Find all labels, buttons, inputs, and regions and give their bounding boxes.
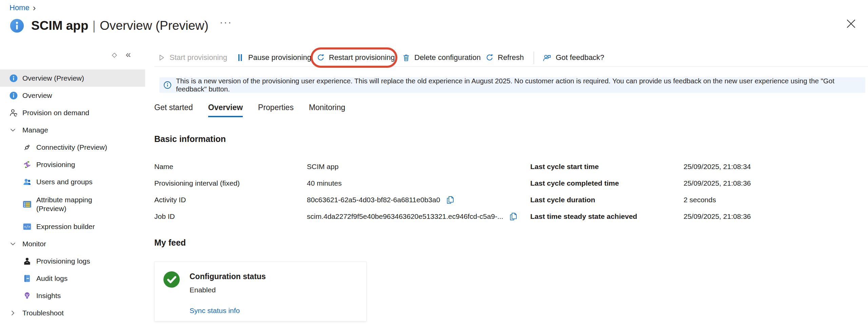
tab-get-started[interactable]: Get started — [154, 103, 193, 117]
breadcrumb: Home › — [9, 3, 36, 13]
notebook-icon — [23, 274, 32, 283]
delete-configuration-button[interactable]: Delete configuration — [402, 50, 481, 65]
title-separator: | — [88, 19, 100, 33]
scim-app-overview-page: Home › SCIM app|Overview (Preview) ··· ◇… — [0, 0, 868, 332]
sidebar-group-troubleshoot[interactable]: Troubleshoot — [0, 304, 145, 321]
field-value: SCIM app — [307, 163, 338, 171]
plug-icon — [23, 143, 32, 152]
sidebar-item-insights[interactable]: Insights — [0, 287, 145, 304]
sync-status-info-link[interactable]: Sync status info — [190, 307, 240, 315]
sidebar-tools: ◇ « — [112, 50, 131, 59]
restart-icon — [317, 54, 325, 62]
trash-icon — [402, 54, 410, 62]
page-title: SCIM app|Overview (Preview) — [31, 18, 209, 34]
copy-icon — [510, 213, 516, 220]
close-button[interactable] — [845, 18, 857, 30]
field-last-cycle-start: Last cycle start time 25/09/2025, 21:08:… — [530, 162, 856, 171]
field-label: Last time steady state achieved — [530, 212, 684, 221]
sidebar-item-label: Insights — [36, 291, 61, 300]
resize-handle-icon[interactable]: ◇ — [112, 51, 117, 59]
tab-overview[interactable]: Overview — [208, 103, 243, 117]
restart-provisioning-label: Restart provisioning — [329, 53, 395, 62]
tab-properties[interactable]: Properties — [258, 103, 294, 117]
pause-provisioning-button[interactable]: Pause provisioning — [236, 50, 311, 65]
sidebar-item-users-and-groups[interactable]: Users and groups — [0, 173, 145, 190]
chevron-down-icon — [10, 241, 16, 247]
got-feedback-button[interactable]: Got feedback? — [542, 50, 604, 65]
code-icon: </> — [23, 222, 32, 231]
sidebar-item-attribute-mapping[interactable]: Attribute mapping (Preview) — [0, 190, 145, 218]
table-icon — [23, 200, 32, 209]
info-icon — [9, 74, 18, 83]
sidebar-item-audit-logs[interactable]: Audit logs — [0, 270, 145, 287]
sidebar-item-provisioning-logs[interactable]: Provisioning logs — [0, 252, 145, 270]
lightbulb-icon — [23, 291, 32, 300]
collapse-sidebar-icon[interactable]: « — [126, 50, 131, 59]
sidebar-item-overview[interactable]: Overview — [0, 87, 145, 104]
info-outline-icon — [163, 81, 172, 89]
status-value: Enabled — [190, 286, 216, 294]
sidebar-item-label: Expression builder — [36, 222, 95, 231]
sidebar-item-expression-builder[interactable]: </> Expression builder — [0, 218, 145, 235]
breadcrumb-home-link[interactable]: Home — [9, 3, 29, 13]
got-feedback-label: Got feedback? — [556, 53, 604, 62]
sidebar-item-overview-preview[interactable]: Overview (Preview) — [0, 69, 145, 87]
start-provisioning-button[interactable]: Start provisioning — [157, 50, 227, 65]
toolbar-divider — [534, 51, 534, 64]
svg-text:</>: </> — [24, 224, 31, 228]
field-label: Name — [154, 163, 307, 171]
field-value: 80c63621-62a5-4d03-bf82-6a6811e0b3a0 — [307, 196, 440, 204]
sidebar-item-label: Connectivity (Preview) — [36, 143, 107, 152]
field-label: Last cycle start time — [530, 163, 684, 171]
copy-icon — [447, 196, 453, 203]
sidebar-group-monitor[interactable]: Monitor — [0, 235, 145, 252]
basic-information-left: Name SCIM app Provisioning interval (fix… — [154, 162, 514, 221]
sidebar-item-label: Overview (Preview) — [22, 74, 84, 83]
pause-provisioning-label: Pause provisioning — [248, 53, 311, 62]
field-name: Name SCIM app — [154, 162, 514, 171]
configuration-status-card: Configuration status Enabled Sync status… — [154, 262, 367, 321]
sync-arrows-icon — [23, 160, 32, 169]
copy-activity-id-button[interactable] — [446, 195, 455, 205]
more-options-button[interactable]: ··· — [220, 17, 232, 28]
refresh-icon — [486, 54, 494, 62]
field-value: 25/09/2025, 21:08:36 — [684, 179, 751, 187]
delete-configuration-label: Delete configuration — [414, 53, 481, 62]
sidebar-item-label: Provisioning — [36, 160, 75, 169]
sidebar-group-label: Monitor — [22, 240, 46, 248]
sidebar-item-label: Provision on demand — [22, 108, 89, 117]
sidebar-item-connectivity[interactable]: Connectivity (Preview) — [0, 139, 145, 156]
restart-provisioning-button[interactable]: Restart provisioning — [317, 50, 395, 65]
sidebar-item-label: Provisioning logs — [36, 257, 90, 266]
tab-monitoring[interactable]: Monitoring — [309, 103, 345, 117]
field-value: 40 minutes — [307, 179, 342, 187]
play-icon — [157, 54, 165, 62]
feedback-icon — [542, 53, 552, 62]
copy-job-id-button[interactable] — [509, 212, 518, 221]
basic-information-title: Basic information — [154, 134, 226, 144]
users-icon — [23, 178, 32, 186]
field-value: 25/09/2025, 21:08:36 — [684, 212, 751, 221]
sidebar-item-provisioning[interactable]: Provisioning — [0, 156, 145, 173]
my-feed-title: My feed — [154, 238, 186, 248]
sidebar-group-manage[interactable]: Manage — [0, 121, 145, 139]
field-value: 2 seconds — [684, 196, 716, 204]
person-sync-icon — [9, 108, 18, 117]
field-label: Last cycle duration — [530, 196, 684, 204]
field-value: 25/09/2025, 21:08:34 — [684, 163, 751, 171]
card-title: Configuration status — [190, 272, 266, 281]
success-check-icon — [163, 271, 180, 288]
field-label: Provisioning interval (fixed) — [154, 179, 307, 187]
sidebar-nav: Overview (Preview) Overview Provision on… — [0, 69, 145, 321]
person-log-icon — [23, 257, 32, 266]
sidebar-item-provision-on-demand[interactable]: Provision on demand — [0, 104, 145, 121]
basic-information-right: Last cycle start time 25/09/2025, 21:08:… — [530, 162, 856, 221]
field-last-steady-state: Last time steady state achieved 25/09/20… — [530, 212, 856, 221]
field-activity-id: Activity ID 80c63621-62a5-4d03-bf82-6a68… — [154, 195, 514, 205]
refresh-button[interactable]: Refresh — [486, 50, 524, 65]
page-header: SCIM app|Overview (Preview) — [9, 18, 209, 34]
app-name: SCIM app — [31, 19, 88, 33]
chevron-right-icon — [10, 310, 16, 316]
field-label: Activity ID — [154, 196, 307, 204]
field-last-cycle-duration: Last cycle duration 2 seconds — [530, 195, 856, 205]
